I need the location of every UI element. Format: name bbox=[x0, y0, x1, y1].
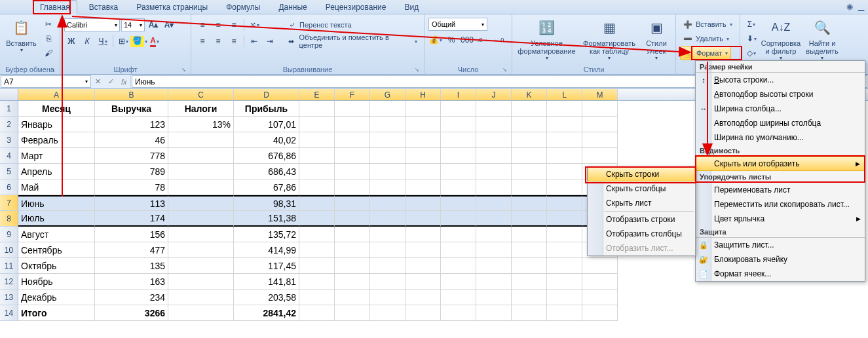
cell[interactable] bbox=[370, 274, 406, 290]
cell[interactable]: 789 bbox=[95, 164, 168, 179]
cell[interactable] bbox=[441, 148, 476, 164]
cell[interactable]: 234 bbox=[95, 290, 168, 305]
minimize-ribbon-icon[interactable]: ▁ bbox=[858, 2, 864, 11]
cell[interactable] bbox=[335, 274, 370, 290]
row-header[interactable]: 4 bbox=[0, 148, 18, 164]
cell[interactable] bbox=[370, 164, 406, 179]
cell[interactable]: 135,72 bbox=[234, 227, 299, 242]
cell[interactable] bbox=[168, 242, 234, 258]
currency-button[interactable]: 💰 bbox=[428, 33, 443, 47]
cell[interactable] bbox=[168, 227, 234, 242]
align-bottom-button[interactable]: ≡ bbox=[227, 18, 241, 32]
cell[interactable]: Месяц bbox=[18, 101, 95, 117]
cell[interactable] bbox=[441, 132, 476, 148]
align-left-button[interactable]: ≡ bbox=[195, 34, 210, 48]
cell[interactable] bbox=[441, 164, 476, 179]
align-right-button[interactable]: ≡ bbox=[227, 34, 241, 48]
cell[interactable] bbox=[547, 290, 582, 305]
shrink-font-button[interactable]: A▾ bbox=[162, 18, 176, 32]
col-header-J[interactable]: J bbox=[476, 89, 512, 100]
percent-button[interactable]: % bbox=[444, 33, 459, 47]
cell[interactable]: 46 bbox=[95, 132, 168, 148]
cell[interactable] bbox=[168, 179, 234, 195]
cell[interactable] bbox=[406, 117, 441, 132]
cell[interactable] bbox=[406, 148, 441, 164]
cell[interactable]: 40,02 bbox=[234, 132, 299, 148]
cell[interactable] bbox=[582, 148, 618, 164]
find-select-button[interactable]: 🔍 Найти и выделить▾ bbox=[803, 16, 841, 62]
cell[interactable]: 151,38 bbox=[234, 211, 299, 227]
cell[interactable]: Декабрь bbox=[18, 290, 95, 305]
cell[interactable] bbox=[406, 274, 441, 290]
cell[interactable]: 676,86 bbox=[234, 148, 299, 164]
format-as-table-button[interactable]: ▦ Форматировать как таблицу▾ bbox=[580, 16, 639, 62]
cell[interactable] bbox=[512, 227, 547, 242]
cell[interactable]: 156 bbox=[95, 227, 168, 242]
cell[interactable] bbox=[582, 101, 618, 117]
tab-data[interactable]: Данные bbox=[272, 1, 313, 14]
cell[interactable]: 107,01 bbox=[234, 117, 299, 132]
cell[interactable] bbox=[476, 274, 512, 290]
cell[interactable] bbox=[406, 132, 441, 148]
row-header[interactable]: 12 bbox=[0, 274, 18, 290]
col-header-L[interactable]: L bbox=[547, 89, 582, 100]
increase-indent-button[interactable]: ⇥ bbox=[263, 34, 277, 48]
menu-tab-color[interactable]: Цвет ярлычка▶ bbox=[696, 212, 865, 226]
col-header-M[interactable]: M bbox=[582, 89, 618, 100]
tab-insert[interactable]: Вставка bbox=[83, 1, 125, 14]
cell[interactable] bbox=[476, 101, 512, 117]
cell[interactable] bbox=[168, 305, 234, 321]
font-launcher[interactable]: ↘ bbox=[180, 67, 187, 73]
menu-format-cells[interactable]: 📄Формат ячеек... bbox=[696, 267, 865, 281]
border-button[interactable]: ⊞ bbox=[116, 34, 130, 48]
cell[interactable] bbox=[441, 211, 476, 227]
comma-button[interactable]: 000 bbox=[460, 33, 474, 47]
cell[interactable] bbox=[512, 148, 547, 164]
cell[interactable] bbox=[406, 290, 441, 305]
cell[interactable] bbox=[441, 242, 476, 258]
cell[interactable]: 163 bbox=[95, 274, 168, 290]
cancel-icon[interactable]: ✕ bbox=[95, 77, 101, 86]
cell[interactable] bbox=[335, 242, 370, 258]
col-header-A[interactable]: A bbox=[18, 89, 95, 100]
cell[interactable]: Сентябрь bbox=[18, 242, 95, 258]
fx-icon[interactable]: fx bbox=[121, 78, 127, 86]
cell[interactable]: 3266 bbox=[95, 305, 168, 321]
cell[interactable] bbox=[476, 132, 512, 148]
cell[interactable]: Прибыль bbox=[234, 101, 299, 117]
cell[interactable] bbox=[547, 227, 582, 242]
row-header[interactable]: 13 bbox=[0, 290, 18, 305]
cell[interactable] bbox=[168, 211, 234, 227]
align-center-button[interactable]: ≡ bbox=[211, 34, 225, 48]
clipboard-launcher[interactable]: ↘ bbox=[49, 67, 56, 73]
cell[interactable] bbox=[476, 305, 512, 321]
cell[interactable] bbox=[335, 305, 370, 321]
cell[interactable] bbox=[441, 305, 476, 321]
cell[interactable] bbox=[406, 211, 441, 227]
cell[interactable] bbox=[299, 132, 335, 148]
col-header-K[interactable]: K bbox=[512, 89, 547, 100]
cell[interactable] bbox=[406, 164, 441, 179]
cell[interactable] bbox=[299, 305, 335, 321]
menu-rename-sheet[interactable]: Переименовать лист bbox=[696, 183, 865, 197]
cell[interactable] bbox=[370, 117, 406, 132]
cell[interactable]: Октябрь bbox=[18, 258, 95, 274]
cell[interactable] bbox=[512, 242, 547, 258]
bold-button[interactable]: Ж bbox=[64, 34, 79, 48]
cell[interactable] bbox=[370, 195, 406, 211]
help-icon[interactable]: ◉ bbox=[846, 2, 853, 11]
cell[interactable]: 78 bbox=[95, 179, 168, 195]
alignment-launcher[interactable]: ↘ bbox=[413, 67, 420, 73]
cell[interactable] bbox=[335, 132, 370, 148]
copy-button[interactable]: ⎘ bbox=[41, 31, 56, 46]
clear-button[interactable]: ◇ bbox=[744, 46, 759, 60]
cell[interactable] bbox=[406, 101, 441, 117]
cell[interactable] bbox=[299, 148, 335, 164]
submenu-unhide-sheet[interactable]: Отобразить лист... bbox=[588, 241, 695, 255]
cell[interactable] bbox=[299, 101, 335, 117]
tab-view[interactable]: Вид bbox=[398, 1, 425, 14]
fill-color-button[interactable]: 🪣 bbox=[132, 34, 146, 48]
cell[interactable]: Выручка bbox=[95, 101, 168, 117]
conditional-formatting-button[interactable]: 🔢 Условное форматирование▾ bbox=[516, 16, 577, 62]
fill-button[interactable]: ⬇ bbox=[744, 31, 759, 46]
